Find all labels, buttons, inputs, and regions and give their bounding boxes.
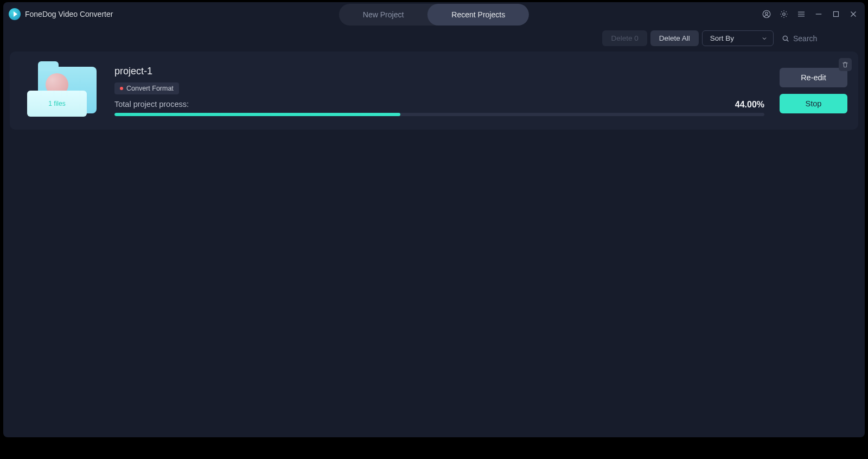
files-count-badge: 1 files	[27, 91, 87, 117]
tab-new-project[interactable]: New Project	[339, 4, 427, 25]
delete-project-button[interactable]	[839, 58, 852, 71]
minimize-icon[interactable]	[813, 8, 825, 20]
progress-percent: 44.00%	[735, 100, 764, 110]
svg-point-2	[783, 13, 786, 16]
chevron-down-icon	[761, 35, 768, 42]
delete-all-button[interactable]: Delete All	[650, 30, 699, 46]
sort-by-dropdown[interactable]: Sort By	[702, 30, 774, 46]
account-icon[interactable]	[761, 8, 773, 20]
progress-bar	[114, 113, 764, 116]
tab-recent-projects[interactable]: Recent Projects	[427, 4, 529, 25]
search-field[interactable]	[777, 31, 858, 46]
project-name: project-1	[114, 66, 764, 77]
project-card: 1 files project-1 Convert Format Total p…	[10, 52, 858, 130]
status-dot-icon	[120, 87, 123, 90]
project-tabs: New Project Recent Projects	[339, 4, 529, 25]
close-icon[interactable]	[847, 8, 859, 20]
stop-button[interactable]: Stop	[780, 94, 847, 113]
delete-selected-button: Delete 0	[602, 30, 647, 46]
app-logo	[9, 8, 21, 20]
project-thumbnail: 1 files	[26, 63, 99, 118]
settings-icon[interactable]	[778, 8, 790, 20]
menu-icon[interactable]	[795, 8, 807, 20]
search-icon	[781, 34, 790, 43]
app-title: FoneDog Video Converter	[25, 10, 113, 18]
search-input[interactable]	[793, 34, 847, 43]
svg-point-1	[765, 12, 768, 15]
svg-point-10	[783, 36, 787, 40]
project-type-tag: Convert Format	[114, 82, 179, 94]
svg-line-11	[787, 40, 789, 41]
re-edit-button[interactable]: Re-edit	[780, 68, 847, 87]
sort-by-label: Sort By	[710, 34, 734, 42]
project-type-label: Convert Format	[126, 85, 174, 92]
svg-point-0	[763, 10, 770, 18]
svg-rect-7	[834, 12, 839, 17]
maximize-icon[interactable]	[830, 8, 842, 20]
progress-label: Total project process:	[114, 100, 189, 110]
